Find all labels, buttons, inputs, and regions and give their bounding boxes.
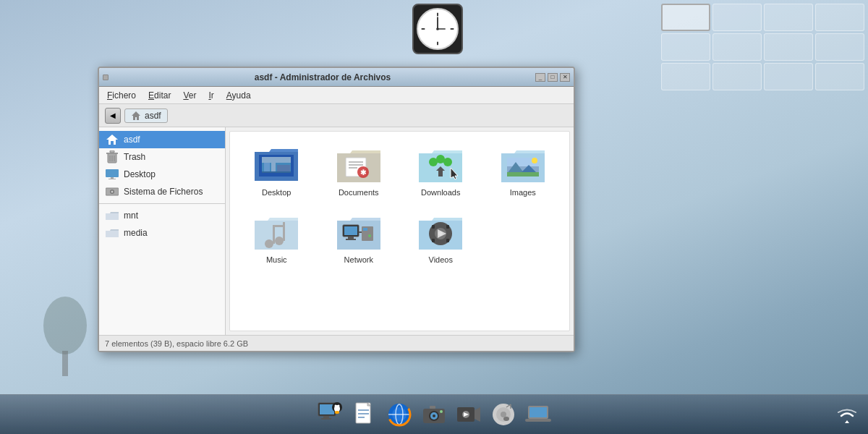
menu-ir[interactable]: Ir <box>204 89 218 102</box>
menu-ayuda[interactable]: Ayuda <box>222 89 255 102</box>
taskbar-icon-computer[interactable] <box>315 400 344 429</box>
desktop-cell-9[interactable] <box>661 63 710 90</box>
svg-rect-51 <box>283 222 285 241</box>
desktop-cell-12[interactable] <box>815 63 864 90</box>
desktop-cell-7[interactable] <box>764 33 813 61</box>
file-item-documents[interactable]: ✱ Documents <box>320 139 399 203</box>
desktop-cell-11[interactable] <box>764 63 813 90</box>
svg-rect-13 <box>110 150 114 153</box>
downloads-folder-label: Downloads <box>421 188 460 197</box>
taskbar-icon-browser[interactable] <box>385 400 414 429</box>
home-icon <box>131 111 141 121</box>
svg-rect-54 <box>344 226 357 235</box>
title-bar: asdf - Administrador de Archivos _ □ ✕ <box>99 68 574 87</box>
svg-rect-52 <box>273 225 285 227</box>
menu-fichero[interactable]: Fichero <box>103 89 140 102</box>
desktop-folder-icon <box>253 145 299 185</box>
main-content: asdf Trash <box>99 127 574 335</box>
svg-rect-47 <box>507 172 539 176</box>
file-item-desktop[interactable]: Desktop <box>237 139 316 203</box>
svg-point-38 <box>443 158 452 166</box>
desktop-cell-3[interactable] <box>764 4 813 31</box>
sidebar-mnt-label: mnt <box>124 210 138 221</box>
sidebar-trash-label: Trash <box>124 152 145 162</box>
file-grid: Desktop ✱ Documents <box>229 131 570 331</box>
taskbar-icon-laptop[interactable] <box>524 400 553 429</box>
svg-point-75 <box>335 405 337 407</box>
desktop-cell-5[interactable] <box>661 33 710 61</box>
file-item-downloads[interactable]: Downloads <box>401 139 480 203</box>
sidebar-item-media[interactable]: media <box>99 224 225 242</box>
taskbar-icon-camera[interactable] <box>420 400 448 429</box>
svg-point-77 <box>335 411 339 414</box>
images-folder-icon <box>500 145 546 185</box>
svg-rect-55 <box>348 237 354 239</box>
desktop-cell-1[interactable] <box>661 4 710 31</box>
documents-folder-label: Documents <box>339 188 379 197</box>
trash-sidebar-icon <box>105 151 119 163</box>
file-manager-window: asdf - Administrador de Archivos _ □ ✕ F… <box>98 67 575 352</box>
minimize-button[interactable]: _ <box>535 73 545 82</box>
desktop-cell-4[interactable] <box>815 4 864 31</box>
svg-rect-29 <box>262 157 291 163</box>
svg-rect-67 <box>446 239 449 242</box>
folder-media-icon <box>105 227 119 239</box>
back-button[interactable]: ◀ <box>105 108 121 124</box>
music-folder-label: Music <box>266 255 287 264</box>
svg-point-0 <box>43 297 87 354</box>
svg-point-76 <box>338 405 340 407</box>
svg-rect-72 <box>321 418 331 420</box>
svg-rect-70 <box>320 404 334 414</box>
documents-folder-icon: ✱ <box>336 145 382 185</box>
sidebar-item-desktop[interactable]: Desktop <box>99 166 225 183</box>
maximize-button[interactable]: □ <box>548 73 558 82</box>
sidebar-item-filesystem[interactable]: Sistema de Ficheros <box>99 183 225 200</box>
desktop-sidebar-icon <box>105 169 119 180</box>
svg-rect-105 <box>529 407 547 417</box>
svg-rect-19 <box>109 179 116 179</box>
svg-rect-18 <box>111 177 114 179</box>
status-text: 7 elementos (39 B), espacio libre 6.2 GB <box>105 339 248 348</box>
sidebar-item-home[interactable]: asdf <box>99 131 225 148</box>
sidebar: asdf Trash <box>99 127 226 335</box>
desktop-cell-10[interactable] <box>712 63 762 90</box>
menu-ver[interactable]: Ver <box>179 89 200 102</box>
taskbar <box>0 394 868 434</box>
svg-rect-92 <box>430 406 435 409</box>
svg-rect-50 <box>273 225 275 244</box>
background-tree <box>36 289 94 376</box>
images-folder-label: Images <box>510 188 536 197</box>
sidebar-item-mnt[interactable]: mnt <box>99 207 225 224</box>
file-item-videos[interactable]: Videos <box>401 206 480 270</box>
desktop-cell-2[interactable] <box>712 4 762 31</box>
menu-bar: Fichero Editar Ver Ir Ayuda <box>99 87 574 104</box>
taskbar-icon-file[interactable] <box>350 400 379 429</box>
svg-point-8 <box>436 27 439 30</box>
title-bar-dot <box>103 75 109 80</box>
file-item-network[interactable]: Network <box>320 206 399 270</box>
svg-point-91 <box>433 414 435 417</box>
status-bar: 7 elementos (39 B), espacio libre 6.2 GB <box>99 335 574 351</box>
home-sidebar-icon <box>105 134 119 145</box>
taskbar-icon-music[interactable] <box>489 400 518 429</box>
svg-rect-106 <box>525 419 551 422</box>
desktop-cell-8[interactable] <box>815 33 864 61</box>
sidebar-desktop-label: Desktop <box>124 169 156 179</box>
videos-folder-label: Videos <box>429 255 453 264</box>
desktop-cell-6[interactable] <box>712 33 762 61</box>
toolbar: ◀ asdf <box>99 104 574 127</box>
close-button[interactable]: ✕ <box>560 73 570 82</box>
sidebar-item-trash[interactable]: Trash <box>99 148 225 166</box>
file-item-images[interactable]: Images <box>484 139 563 203</box>
clock-face <box>417 8 459 50</box>
svg-rect-58 <box>363 228 367 231</box>
sidebar-media-label: media <box>124 228 148 238</box>
svg-rect-1 <box>62 351 68 376</box>
wifi-indicator <box>837 407 857 427</box>
taskbar-icon-video[interactable] <box>454 400 483 429</box>
menu-editar[interactable]: Editar <box>144 89 175 102</box>
network-folder-label: Network <box>344 255 373 264</box>
svg-rect-17 <box>106 169 119 177</box>
file-item-music[interactable]: Music <box>237 206 316 270</box>
videos-folder-icon <box>417 212 464 252</box>
